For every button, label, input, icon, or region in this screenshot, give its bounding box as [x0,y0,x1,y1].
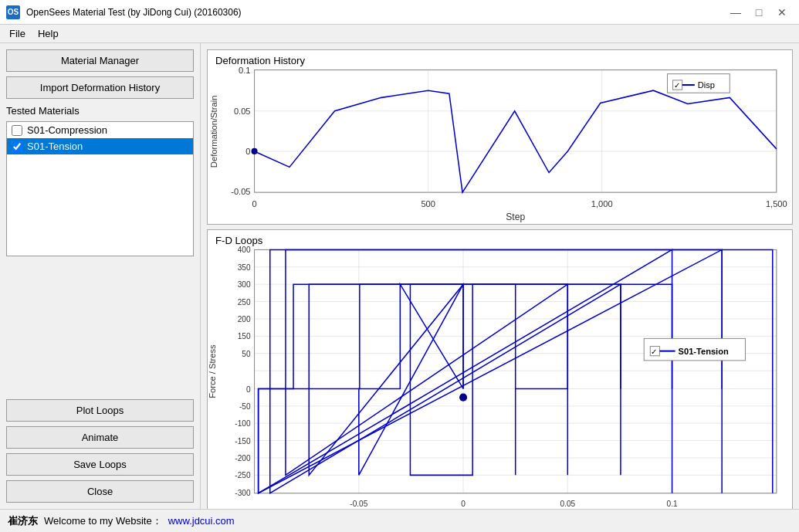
svg-text:-50: -50 [239,402,251,411]
welcome-text: Welcome to my Website： [44,514,162,528]
svg-text:0: 0 [246,385,251,394]
svg-text:-150: -150 [235,437,251,446]
svg-text:500: 500 [421,198,435,208]
svg-text:Step: Step [506,212,525,222]
svg-text:150: 150 [238,332,251,341]
svg-text:50: 50 [242,350,251,358]
svg-text:300: 300 [238,280,251,289]
bottom-bar: 崔济东 Welcome to my Website： www.jdcui.com [0,509,799,532]
author-label: 崔济东 [8,514,38,528]
close-button-panel[interactable]: Close [6,480,194,503]
minimize-button[interactable]: — [725,4,747,21]
close-button[interactable]: ✕ [771,4,793,21]
svg-text:0.05: 0.05 [560,500,575,508]
import-deformation-button[interactable]: Import Deformation History [6,76,194,99]
svg-text:✓: ✓ [651,347,657,356]
material-name-tension: S01-Tension [27,141,83,152]
maximize-button[interactable]: □ [748,4,770,21]
svg-text:400: 400 [238,246,251,255]
menu-help[interactable]: Help [32,26,65,41]
window-controls: — □ ✕ [725,4,793,21]
plot-loops-button[interactable]: Plot Loops [6,399,194,422]
svg-text:0.05: 0.05 [234,107,251,116]
svg-text:250: 250 [238,298,251,307]
svg-text:0.1: 0.1 [667,500,678,508]
svg-point-20 [252,148,258,154]
svg-text:-300: -300 [235,489,251,497]
svg-text:-0.05: -0.05 [231,187,250,196]
main-content: Material Manager Import Deformation Hist… [0,43,799,509]
svg-text:Disp: Disp [698,80,715,90]
svg-text:-0.05: -0.05 [350,500,367,508]
menu-bar: File Help [0,25,799,43]
svg-text:0: 0 [245,147,250,156]
svg-text:-250: -250 [235,471,251,479]
material-name-compression: S01-Compression [27,124,107,136]
website-link[interactable]: www.jdcui.com [168,515,235,527]
svg-text:✓: ✓ [674,81,680,90]
svg-text:0: 0 [252,198,256,208]
animate-button[interactable]: Animate [6,426,194,449]
svg-text:-100: -100 [235,419,251,428]
svg-text:Deformation/Strain: Deformation/Strain [209,96,218,168]
svg-text:1,000: 1,000 [591,198,613,208]
svg-text:Deformation History: Deformation History [215,55,305,66]
svg-text:-200: -200 [235,454,251,463]
svg-text:1,500: 1,500 [766,198,787,208]
svg-point-69 [459,394,467,402]
svg-text:350: 350 [238,263,251,272]
svg-text:F-D Loops: F-D Loops [215,235,263,246]
tested-materials-label: Tested Materials [6,105,194,117]
material-item-compression[interactable]: S01-Compression [7,122,193,138]
material-item-tension[interactable]: S01-Tension [7,138,193,154]
menu-file[interactable]: File [3,26,32,41]
app-icon: OS [6,5,20,19]
materials-list: S01-Compression S01-Tension [6,121,194,256]
window-title: OpenSees Material Test (by JiDong Cui) (… [26,7,242,18]
svg-text:0.1: 0.1 [239,66,250,75]
svg-text:0: 0 [461,500,466,508]
material-manager-button[interactable]: Material Manager [6,49,194,72]
svg-text:Force / Stress: Force / Stress [208,344,217,398]
material-checkbox-compression[interactable] [12,125,22,136]
save-loops-button[interactable]: Save Loops [6,453,194,476]
svg-text:S01-Tension: S01-Tension [679,347,729,356]
left-panel: Material Manager Import Deformation Hist… [0,43,201,509]
material-checkbox-tension[interactable] [12,141,22,152]
svg-text:200: 200 [238,315,251,324]
fd-loops-chart: F-D Loops [207,229,793,509]
deformation-history-chart: Deformation History [207,49,793,225]
title-bar: OS OpenSees Material Test (by JiDong Cui… [0,0,799,25]
right-panel: Deformation History [201,43,799,509]
